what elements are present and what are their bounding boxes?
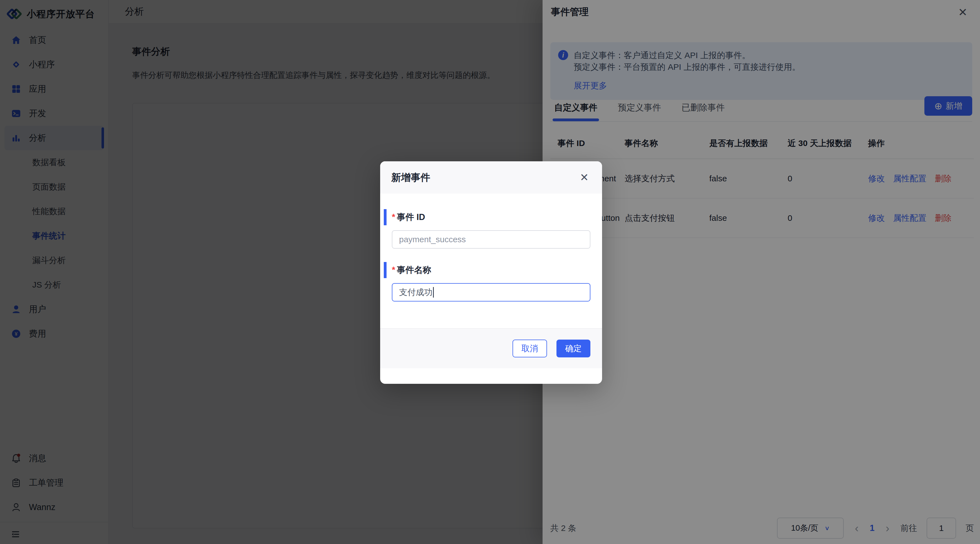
text-cursor bbox=[433, 287, 434, 297]
event-id-value: payment_success bbox=[399, 235, 466, 244]
modal-body: * 事件 ID payment_success * 事件名称 支付成功 bbox=[380, 194, 602, 328]
required-asterisk: * bbox=[392, 212, 395, 222]
modal-footer: 取消 确定 bbox=[380, 328, 602, 368]
modal-close-icon[interactable]: ✕ bbox=[578, 171, 591, 184]
modal-header: 新增事件 ✕ bbox=[380, 161, 602, 194]
field-label-event-id: 事件 ID bbox=[397, 212, 425, 223]
field-event-id: * 事件 ID payment_success bbox=[392, 209, 590, 249]
required-field-bar bbox=[384, 262, 387, 278]
modal-title: 新增事件 bbox=[391, 171, 430, 184]
field-label-event-name: 事件名称 bbox=[397, 264, 431, 276]
field-event-name: * 事件名称 支付成功 bbox=[392, 262, 590, 301]
add-event-modal: 新增事件 ✕ * 事件 ID payment_success * 事件名称 bbox=[380, 161, 602, 384]
required-field-bar bbox=[384, 209, 387, 225]
cancel-button[interactable]: 取消 bbox=[512, 340, 547, 357]
event-name-input[interactable]: 支付成功 bbox=[392, 283, 590, 301]
confirm-button[interactable]: 确定 bbox=[557, 340, 590, 357]
required-asterisk: * bbox=[392, 265, 395, 275]
event-id-input[interactable]: payment_success bbox=[392, 230, 590, 249]
event-name-value: 支付成功 bbox=[399, 287, 433, 298]
app-root: 小程序开放平台 首页 小程序 应用 bbox=[0, 0, 980, 544]
